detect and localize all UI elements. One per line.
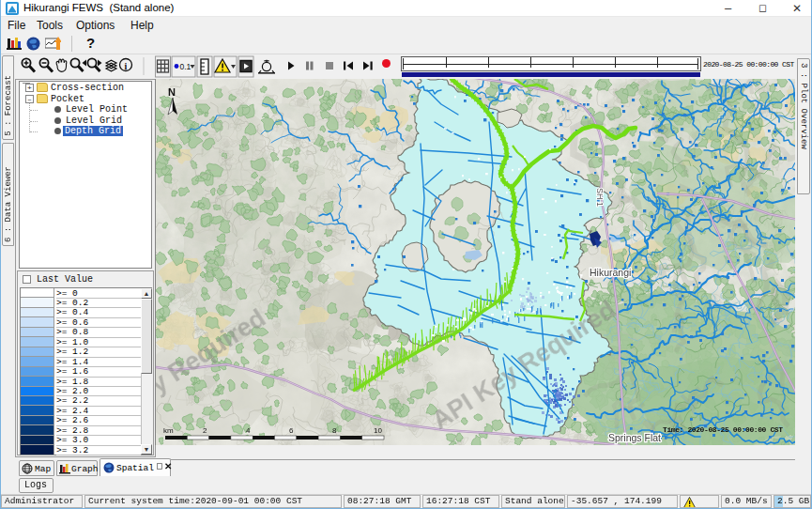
svg-text:8: 8 <box>332 426 337 435</box>
svg-text:Hikurangi: Hikurangi <box>590 267 631 278</box>
svg-text:N: N <box>168 86 176 98</box>
svg-text:2: 2 <box>203 426 207 435</box>
svg-text:4: 4 <box>246 426 251 435</box>
svg-text:i: i <box>124 61 127 71</box>
svg-text:SH 1: SH 1 <box>595 188 605 207</box>
svg-text:Time: 2020-08-25 00:00:00 CST: Time: 2020-08-25 00:00:00 CST <box>663 425 783 434</box>
svg-text:0.1: 0.1 <box>180 62 192 71</box>
svg-text:6: 6 <box>289 426 294 435</box>
svg-text:Springs Flat: Springs Flat <box>608 432 661 443</box>
svg-text:10: 10 <box>374 426 382 435</box>
svg-text:km: km <box>163 426 174 435</box>
